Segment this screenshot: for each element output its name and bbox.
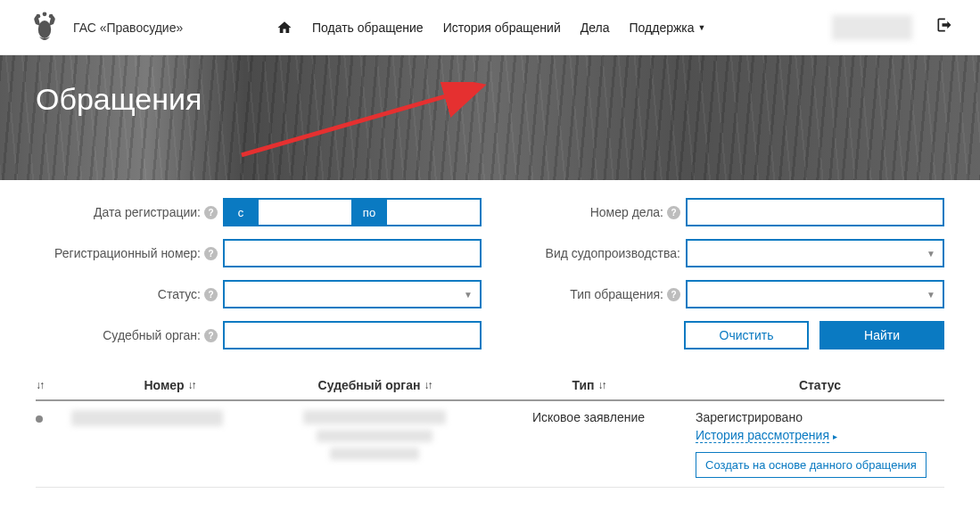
status-text: Зарегистрировано xyxy=(696,410,944,424)
sort-icon[interactable]: ↓↑ xyxy=(36,379,43,391)
create-based-on-button[interactable]: Создать на основе данного обращения xyxy=(696,452,926,478)
date-from-input[interactable] xyxy=(259,198,351,226)
date-to-input[interactable] xyxy=(387,198,482,226)
nav-submit[interactable]: Подать обращение xyxy=(312,21,424,35)
sort-icon: ↓↑ xyxy=(598,379,605,391)
date-to-button[interactable]: по xyxy=(351,198,387,226)
cell-number-redacted xyxy=(71,410,268,430)
find-button[interactable]: Найти xyxy=(819,321,944,349)
svg-point-0 xyxy=(38,21,51,38)
status-dot-icon xyxy=(36,415,43,423)
date-from-button[interactable]: с xyxy=(223,198,259,226)
proc-type-select[interactable]: ▼ xyxy=(686,239,944,267)
chevron-down-icon: ▼ xyxy=(464,290,473,300)
help-icon[interactable]: ? xyxy=(204,288,218,301)
col-header-court[interactable]: Судебный орган↓↑ xyxy=(268,378,482,392)
chevron-down-icon: ▼ xyxy=(926,290,935,300)
help-icon[interactable]: ? xyxy=(204,206,218,219)
svg-line-4 xyxy=(242,86,482,155)
nav-cases[interactable]: Дела xyxy=(581,21,610,35)
reg-num-input[interactable] xyxy=(223,239,482,267)
sort-icon: ↓↑ xyxy=(188,379,195,391)
page-title: Обращения xyxy=(36,82,202,117)
label-date-reg: Дата регистрации: ? xyxy=(36,205,223,219)
label-court: Судебный орган: ? xyxy=(36,328,223,342)
label-proc-type: Вид судопроизводства: xyxy=(507,246,686,260)
cell-status: Зарегистрировано История рассмотрения ▸ … xyxy=(696,410,944,478)
label-appeal-type: Тип обращения: ? xyxy=(507,287,686,301)
chevron-down-icon: ▼ xyxy=(698,23,706,32)
help-icon[interactable]: ? xyxy=(667,206,680,219)
label-reg-num: Регистрационный номер: ? xyxy=(36,246,223,260)
sort-icon: ↓↑ xyxy=(424,379,431,391)
table-header: ↓↑ Номер↓↑ Судебный орган↓↑ Тип↓↑ Статус xyxy=(36,371,944,401)
brand-text: ГАС «Правосудие» xyxy=(73,21,183,35)
filter-buttons: Очистить Найти xyxy=(684,321,944,349)
appeal-type-select[interactable]: ▼ xyxy=(686,280,944,308)
label-status: Статус: ? xyxy=(36,287,223,301)
chevron-down-icon: ▼ xyxy=(926,249,935,259)
emblem-icon xyxy=(27,10,62,45)
chevron-right-icon: ▸ xyxy=(833,432,837,441)
cell-court-redacted xyxy=(268,410,482,460)
help-icon[interactable]: ? xyxy=(667,288,680,301)
svg-point-3 xyxy=(49,13,54,18)
filter-panel: Дата регистрации: ? с по Номер дела: ? Р… xyxy=(0,180,980,371)
results-table: ↓↑ Номер↓↑ Судебный орган↓↑ Тип↓↑ Статус… xyxy=(0,371,980,514)
banner: Обращения xyxy=(0,55,980,180)
col-header-num[interactable]: Номер↓↑ xyxy=(71,378,268,392)
nav-support[interactable]: Поддержка ▼ xyxy=(630,21,706,35)
table-row: Исковое заявление Зарегистрировано Истор… xyxy=(36,401,944,488)
user-area xyxy=(832,15,953,40)
court-input[interactable] xyxy=(223,321,482,349)
main-nav: Подать обращение История обращений Дела … xyxy=(276,20,705,36)
svg-point-2 xyxy=(43,12,47,16)
clear-button[interactable]: Очистить xyxy=(684,321,809,349)
logout-icon[interactable] xyxy=(935,16,953,38)
date-range-input: с по xyxy=(223,198,482,226)
header: ГАС «Правосудие» Подать обращение Истори… xyxy=(0,0,980,55)
annotation-arrow xyxy=(205,82,526,162)
case-num-input[interactable] xyxy=(686,198,944,226)
col-header-type[interactable]: Тип↓↑ xyxy=(482,378,696,392)
label-case-num: Номер дела: ? xyxy=(507,205,686,219)
home-icon[interactable] xyxy=(276,20,292,36)
history-link[interactable]: История рассмотрения xyxy=(696,428,829,443)
user-name-redacted xyxy=(832,15,912,40)
logo-area: ГАС «Правосудие» xyxy=(27,10,276,45)
col-header-status: Статус xyxy=(696,378,944,392)
help-icon[interactable]: ? xyxy=(204,329,218,342)
nav-support-label: Поддержка xyxy=(630,21,695,35)
nav-history[interactable]: История обращений xyxy=(443,21,561,35)
cell-type: Исковое заявление xyxy=(482,410,696,424)
help-icon[interactable]: ? xyxy=(204,247,218,260)
svg-point-1 xyxy=(36,13,40,18)
status-select[interactable]: ▼ xyxy=(223,280,482,308)
